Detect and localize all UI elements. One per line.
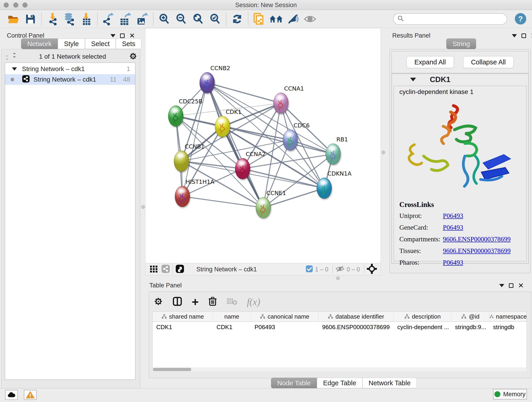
export-network-icon[interactable] xyxy=(101,12,115,26)
delete-column-icon[interactable] xyxy=(208,297,217,307)
hidden-eye-icon[interactable] xyxy=(335,265,345,274)
zoom-in-icon[interactable] xyxy=(157,12,171,26)
protein-node-cdc25b[interactable] xyxy=(168,105,183,127)
column-header-database-identifier[interactable]: database identifier xyxy=(318,312,394,321)
export-image-icon[interactable] xyxy=(135,12,149,26)
detach-view-icon[interactable] xyxy=(175,264,184,274)
function-builder-icon: f(x) xyxy=(247,296,260,307)
tree-expand-icon[interactable] xyxy=(12,67,17,70)
tab-sets[interactable]: Sets xyxy=(116,38,141,49)
crosslink-link[interactable]: 9606.ENSP00000378699 xyxy=(443,235,511,243)
add-column-icon[interactable]: + xyxy=(192,297,199,306)
expand-all-button[interactable]: Expand All xyxy=(406,56,454,68)
close-panel-icon[interactable]: ✕ xyxy=(129,33,135,38)
maximize-results-icon[interactable] xyxy=(521,33,526,38)
zoom-selected-icon[interactable] xyxy=(208,12,222,26)
warning-status-button[interactable] xyxy=(24,390,37,400)
column-header--id[interactable]: @id xyxy=(451,312,489,321)
maximize-table-icon[interactable] xyxy=(509,283,513,288)
protein-node-ccne1[interactable] xyxy=(256,197,271,218)
collapse-all-networks-icon[interactable]: ⌄⌄ xyxy=(5,53,8,60)
maximize-panel-icon[interactable] xyxy=(120,33,125,38)
protein-node-cdkn1a[interactable] xyxy=(317,178,332,199)
table-cell[interactable]: P06493 xyxy=(251,322,318,332)
protein-node-ccna2[interactable] xyxy=(235,158,250,179)
float-table-icon[interactable] xyxy=(499,284,504,287)
node-table[interactable]: shared namenamecanonical namedatabase id… xyxy=(152,312,527,368)
help-icon[interactable]: ? xyxy=(515,13,526,25)
table-cell[interactable]: CDK1 xyxy=(213,322,251,332)
protein-node-ccnb2[interactable] xyxy=(200,72,215,93)
table-row[interactable]: CDK1CDK1P064939606.ENSP00000378699cyclin… xyxy=(152,322,526,332)
left-splitter-handle[interactable] xyxy=(141,205,145,209)
tab-edge-table[interactable]: Edge Table xyxy=(317,378,362,388)
tab-select[interactable]: Select xyxy=(85,38,116,49)
collapse-all-button[interactable]: Collapse All xyxy=(463,56,514,68)
network-canvas[interactable]: CCNB2CCNA1CDC25BCDK1CDC6RB1CCNB1CCNA2CDK… xyxy=(146,28,380,263)
column-header-shared-name[interactable]: shared name xyxy=(152,312,213,321)
protein-node-rb1[interactable] xyxy=(326,143,341,165)
network-row-selected[interactable]: String Network – cdk1 11 48 xyxy=(5,74,135,85)
close-table-icon[interactable]: ✕ xyxy=(518,283,524,288)
share-view-icon[interactable] xyxy=(161,264,170,274)
grid-view-icon[interactable] xyxy=(150,265,158,274)
table-cell[interactable]: cyclin-dependent ... xyxy=(394,322,451,332)
column-header-canonical-name[interactable]: canonical name xyxy=(251,312,318,321)
fit-content-crosshair-icon[interactable] xyxy=(367,264,377,275)
open-folder-icon[interactable] xyxy=(6,12,21,26)
clone-network-icon[interactable] xyxy=(252,12,266,26)
collapse-gene-icon[interactable] xyxy=(410,78,416,81)
tab-node-table[interactable]: Node Table xyxy=(271,378,317,388)
import-table-icon[interactable] xyxy=(79,12,94,26)
table-cell[interactable]: 9606.ENSP00000378699 xyxy=(318,322,394,332)
table-cell[interactable]: stringdb:9... xyxy=(451,322,489,332)
cloud-status-button[interactable] xyxy=(5,390,18,400)
memory-button[interactable]: Memory xyxy=(493,389,527,400)
crosslink-link[interactable]: P06493 xyxy=(443,212,463,220)
hide-graphics-icon[interactable] xyxy=(286,12,300,26)
search-input[interactable] xyxy=(406,14,507,24)
crosslink-label: Uniprot: xyxy=(399,212,443,220)
export-table-icon[interactable] xyxy=(118,12,133,26)
tab-style[interactable]: Style xyxy=(58,38,85,49)
tab-network[interactable]: Network xyxy=(21,38,58,49)
float-panel-icon[interactable] xyxy=(110,34,115,37)
table-cell[interactable]: CDK1 xyxy=(152,322,213,332)
tab-network-table[interactable]: Network Table xyxy=(362,378,417,388)
network-tree: String Network – cdk1 1 String Network –… xyxy=(5,63,135,380)
network-view-toolbar: String Network – cdk1 1 – 0 0 – 0 xyxy=(146,263,380,275)
protein-node-hist1h1a[interactable] xyxy=(175,186,190,207)
network-view: CCNB2CCNA1CDC25BCDK1CDC6RB1CCNB1CCNA2CDK… xyxy=(145,28,381,275)
protein-node-ccnb1[interactable] xyxy=(174,151,189,172)
save-icon[interactable] xyxy=(23,12,38,26)
column-header-description[interactable]: description xyxy=(394,312,451,321)
selected-checkbox-icon[interactable] xyxy=(305,265,313,274)
home-pair-icon[interactable] xyxy=(269,12,283,26)
refresh-icon[interactable] xyxy=(230,12,244,26)
import-network-icon[interactable] xyxy=(45,12,60,26)
column-header-name[interactable]: name xyxy=(213,312,251,321)
network-options-gear-icon[interactable] xyxy=(129,52,137,61)
table-cell[interactable]: stringdb xyxy=(489,322,527,332)
tab-string[interactable]: String xyxy=(446,38,476,49)
zoom-fit-icon[interactable] xyxy=(191,12,205,26)
table-settings-gear-icon[interactable] xyxy=(154,297,163,307)
zoom-out-icon[interactable] xyxy=(174,12,188,26)
network-collection-row[interactable]: String Network – cdk1 1 xyxy=(5,64,135,74)
bottom-splitter-handle[interactable] xyxy=(336,276,340,280)
expand-all-networks-icon[interactable]: ⌃⌃ xyxy=(12,53,16,60)
right-splitter-handle[interactable] xyxy=(381,151,385,154)
close-results-icon[interactable]: ✕ xyxy=(531,33,532,38)
crosslink-link[interactable]: P06493 xyxy=(443,224,463,231)
float-results-icon[interactable] xyxy=(512,34,517,37)
crosslink-link[interactable]: 9606.ENSP00000378699 xyxy=(443,247,511,255)
protein-node-cdc6[interactable] xyxy=(283,129,298,151)
search-box[interactable] xyxy=(393,13,507,25)
column-header-namespace[interactable]: namespace xyxy=(489,312,527,321)
table-hscrollbar[interactable] xyxy=(152,367,527,371)
import-database-icon[interactable] xyxy=(62,12,76,26)
protein-node-ccna1[interactable] xyxy=(273,93,288,114)
crosslink-link[interactable]: P06493 xyxy=(443,259,463,266)
show-columns-icon[interactable] xyxy=(172,297,182,307)
protein-node-cdk1[interactable] xyxy=(215,116,230,137)
